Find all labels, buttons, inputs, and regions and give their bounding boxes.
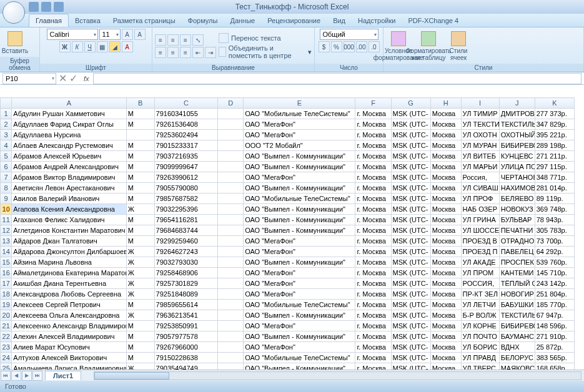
table-row[interactable]: 21Алексеенко Александр ВладимировичМ7925… [1,321,575,331]
format-table-button[interactable]: Форматировать как таблицу [416,31,441,61]
column-header[interactable]: B [126,98,154,109]
horizontal-scrollbar[interactable] [94,371,582,380]
font-name-combo[interactable]: Calibri [47,29,98,40]
name-box[interactable]: P10 [2,73,56,84]
column-header[interactable]: A [12,98,126,109]
ribbon-tab[interactable]: Вид [327,14,352,27]
qat-redo-icon[interactable] [54,2,64,12]
table-row[interactable]: 2Абдуллаев Фарид Сикрат ОглыМ79261536408… [1,119,575,130]
column-header[interactable]: I [461,98,499,109]
enter-icon[interactable]: ✓ [69,72,77,84]
sheet-nav-last-icon[interactable]: ⏭ [32,371,42,381]
column-header[interactable]: K [535,98,574,109]
merge-center-button[interactable]: Объединить и поместить в центре ▾ [219,44,312,59]
sheet-nav-prev-icon[interactable]: ◀ [11,371,21,381]
office-button[interactable] [2,1,25,24]
table-row[interactable]: 5Абрамов Алексей ЮрьевичМ79037216935ОАО … [1,151,575,162]
ribbon-tab[interactable]: Рецензирование [261,14,327,27]
column-header[interactable]: H [430,98,461,109]
percent-icon[interactable]: % [331,41,342,52]
inc-dec-icon[interactable]: .00 [356,41,367,52]
table-row[interactable]: 24Алтухов Алексей ВикторовичМ79150228638… [1,353,575,363]
indent-dec-icon[interactable]: ⇤ [192,47,204,58]
row-header[interactable]: 6 [1,162,12,172]
sheet-nav-next-icon[interactable]: ▶ [22,371,32,381]
table-row[interactable]: 1Абдулин Рушан ХамметовичМ79160341055ОАО… [1,109,575,119]
underline-button[interactable]: Ч [84,41,96,52]
row-header[interactable]: 4 [1,140,12,151]
row-header[interactable]: 13 [1,236,12,247]
select-all-corner[interactable] [1,98,12,109]
table-row[interactable]: 7Абрамов Виктор ВладимировичМ79263990612… [1,172,575,183]
formula-input[interactable] [93,73,582,84]
table-row[interactable]: 11Агаханов Феликс ХалидовичМ79654116281О… [1,215,575,225]
row-header[interactable]: 11 [1,215,12,225]
column-header[interactable]: C [154,98,218,109]
row-header[interactable]: 20 [1,310,12,321]
cell-styles-button[interactable]: Стили ячеек [446,31,471,61]
align-center-icon[interactable]: ≡ [167,47,179,58]
row-header[interactable]: 7 [1,172,12,183]
row-header[interactable]: 12 [1,225,12,236]
indent-inc-icon[interactable]: ⇥ [205,47,216,58]
font-size-combo[interactable]: 11 [99,29,121,40]
table-row[interactable]: 17Акишбая Диана ТерентьевнаЖ79257301829О… [1,278,575,289]
table-row[interactable]: 15Айзина Марина ЛьвовнаЖ79032793030ОАО "… [1,257,575,268]
ribbon-tab[interactable]: PDF-XChange 4 [402,14,465,27]
ribbon-tab[interactable]: Надстройки [352,14,402,27]
align-bot-icon[interactable]: ≡ [180,34,191,46]
table-row[interactable]: 13Айдаров Джан ТалгатовичМ79299259460ОАО… [1,236,575,247]
row-header[interactable]: 18 [1,289,12,300]
row-header[interactable]: 22 [1,331,12,342]
row-header[interactable]: 1 [1,109,12,119]
row-header[interactable]: 15 [1,257,12,268]
table-row[interactable]: 18Александрова Любовь СергеевнаЖ79251848… [1,289,575,300]
table-row[interactable]: 25Амальчиева Лариса ВладимировнаЖ7903549… [1,363,575,370]
bold-button[interactable]: Ж [59,41,71,52]
column-header[interactable]: F [355,98,391,109]
table-row[interactable]: 22Алехин Алексей ВладимировичМ7905797757… [1,331,575,342]
table-row[interactable]: 9Авилов Валерий ИвановичМ79857687582ОАО … [1,194,575,204]
border-button[interactable]: ▦ [97,41,108,52]
table-row[interactable]: 23Алиев Марат ЮсуповичМ79267966000ОАО "М… [1,342,575,353]
table-row[interactable]: 8Аветисян Левон АрестакановичМ7905579008… [1,183,575,194]
italic-button[interactable]: К [72,41,83,52]
sheet-nav-first-icon[interactable]: ⏮ [1,371,11,381]
ribbon-tab[interactable]: Разметка страницы [107,14,182,27]
row-header[interactable]: 16 [1,268,12,278]
row-header[interactable]: 19 [1,300,12,310]
table-row[interactable]: 10Агапова Ксения АлександровнаЖ790322953… [1,204,575,215]
row-header[interactable]: 17 [1,278,12,289]
row-header[interactable]: 5 [1,151,12,162]
column-header[interactable]: E [244,98,355,109]
table-row[interactable]: 14Айдарова Джонсултон ДилбаршоевнЖ792646… [1,247,575,257]
ribbon-tab[interactable]: Формулы [182,14,224,27]
qat-undo-icon[interactable] [41,2,51,12]
grow-font-icon[interactable]: A [122,29,133,40]
qat-save-icon[interactable] [29,2,39,12]
paste-button[interactable]: Вставить [2,31,27,54]
table-row[interactable]: 20Алексеева Ольга АлександровнаЖ79636213… [1,310,575,321]
row-header[interactable]: 21 [1,321,12,331]
align-mid-icon[interactable]: ≡ [167,34,179,46]
column-header[interactable]: G [391,98,430,109]
row-header[interactable]: 14 [1,247,12,257]
align-top-icon[interactable]: ≡ [155,34,166,46]
table-row[interactable]: 4Аблаев Александр РустемовичМ79015233317… [1,140,575,151]
table-row[interactable]: 12Аглетдинов Константин МаратовичМ796846… [1,225,575,236]
number-format-combo[interactable]: Общий [320,29,379,40]
align-right-icon[interactable]: ≡ [180,47,191,58]
table-row[interactable]: 6Абрамов Андрей АлександровичМ7909999964… [1,162,575,172]
cancel-icon[interactable]: ✕ [59,72,67,84]
align-left-icon[interactable]: ≡ [155,47,166,58]
row-header[interactable]: 8 [1,183,12,194]
row-header[interactable]: 25 [1,363,12,370]
orientation-icon[interactable]: ⤡ [192,34,204,46]
comma-icon[interactable]: 000 [344,41,355,52]
scroll-thumb[interactable] [94,372,169,380]
ribbon-tab[interactable]: Данные [224,14,261,27]
row-header[interactable]: 3 [1,130,12,140]
font-color-button[interactable]: A [122,41,133,52]
fx-icon[interactable]: fx [84,75,89,82]
column-header[interactable]: D [218,98,244,109]
